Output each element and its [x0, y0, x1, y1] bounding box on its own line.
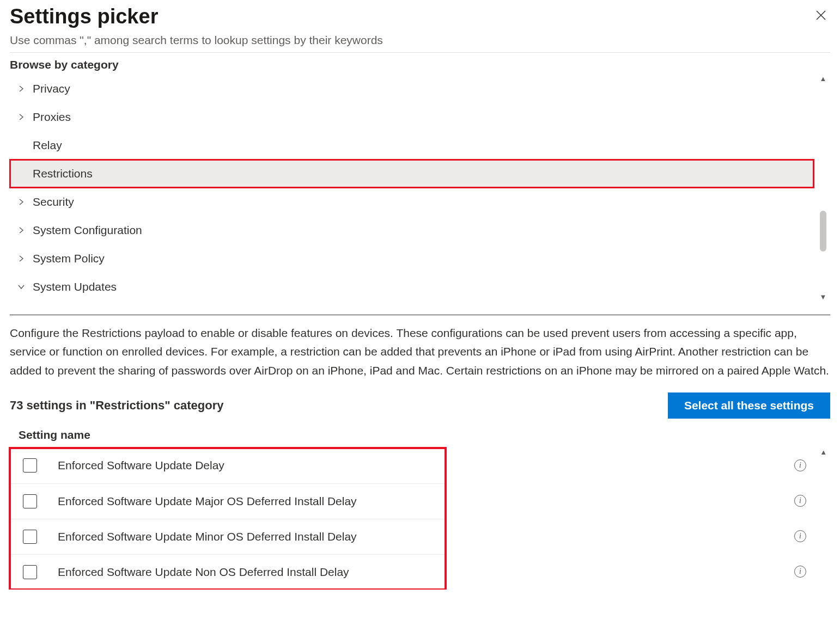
- chevron-right-icon: [10, 255, 33, 262]
- settings-list: Enforced Software Update Delay Enforced …: [10, 448, 446, 590]
- info-icon[interactable]: i: [794, 530, 806, 542]
- divider: [10, 52, 830, 53]
- browse-by-category-label: Browse by category: [10, 58, 830, 71]
- chevron-right-icon: [10, 226, 33, 234]
- setting-checkbox[interactable]: [23, 565, 37, 579]
- scroll-thumb[interactable]: [820, 211, 826, 251]
- divider: [10, 315, 830, 315]
- setting-name-column-header: Setting name: [10, 428, 830, 448]
- settings-count-label: 73 settings in "Restrictions" category: [10, 398, 224, 413]
- category-item-security[interactable]: Security: [10, 188, 814, 216]
- setting-row[interactable]: Enforced Software Update Major OS Deferr…: [10, 483, 446, 519]
- setting-name-label: Enforced Software Update Minor OS Deferr…: [58, 530, 446, 543]
- chevron-down-icon: [10, 283, 33, 291]
- info-icon[interactable]: i: [794, 495, 806, 507]
- category-label: Privacy: [33, 82, 814, 95]
- category-scrollbar[interactable]: ▲ ▼: [818, 75, 828, 301]
- category-label: Proxies: [33, 111, 814, 124]
- chevron-right-icon: [10, 85, 33, 93]
- close-button[interactable]: [812, 9, 830, 24]
- category-label: Security: [33, 195, 814, 208]
- setting-checkbox[interactable]: [23, 458, 37, 473]
- info-icon[interactable]: i: [794, 459, 806, 471]
- chevron-right-icon: [10, 113, 33, 121]
- category-label: Restrictions: [33, 167, 814, 180]
- category-item-privacy[interactable]: Privacy: [10, 75, 814, 103]
- info-icon[interactable]: i: [794, 566, 806, 578]
- setting-row[interactable]: Enforced Software Update Delay: [10, 448, 446, 483]
- select-all-button[interactable]: Select all these settings: [668, 392, 830, 419]
- category-item-system-policy[interactable]: System Policy: [10, 244, 814, 273]
- setting-name-label: Enforced Software Update Major OS Deferr…: [58, 495, 446, 508]
- scroll-up-icon[interactable]: ▲: [820, 75, 827, 83]
- info-column: i i i i: [792, 448, 808, 590]
- page-subtitle: Use commas "," among search terms to loo…: [10, 34, 383, 47]
- category-item-proxies[interactable]: Proxies: [10, 103, 814, 131]
- setting-row[interactable]: Enforced Software Update Non OS Deferred…: [10, 554, 446, 590]
- setting-name-label: Enforced Software Update Non OS Deferred…: [58, 566, 446, 579]
- category-label: System Configuration: [33, 224, 814, 237]
- category-label: Relay: [33, 139, 814, 152]
- setting-name-label: Enforced Software Update Delay: [58, 459, 446, 472]
- category-item-restrictions[interactable]: Restrictions: [10, 160, 814, 188]
- setting-checkbox[interactable]: [23, 494, 37, 508]
- setting-checkbox[interactable]: [23, 530, 37, 544]
- page-title: Settings picker: [10, 5, 383, 28]
- chevron-right-icon: [10, 198, 33, 206]
- category-item-relay[interactable]: Relay: [10, 131, 814, 160]
- category-label: System Updates: [33, 280, 814, 293]
- close-icon: [815, 9, 827, 21]
- category-item-system-updates[interactable]: System Updates: [10, 273, 814, 301]
- category-list: Privacy Proxies Relay Restrictions Secur…: [10, 75, 830, 301]
- setting-row[interactable]: Enforced Software Update Minor OS Deferr…: [10, 519, 446, 554]
- category-item-system-configuration[interactable]: System Configuration: [10, 216, 814, 244]
- category-label: System Policy: [33, 252, 814, 265]
- category-description: Configure the Restrictions payload to en…: [10, 324, 830, 381]
- scroll-down-icon[interactable]: ▼: [820, 293, 827, 301]
- scroll-up-icon[interactable]: ▲: [820, 448, 827, 456]
